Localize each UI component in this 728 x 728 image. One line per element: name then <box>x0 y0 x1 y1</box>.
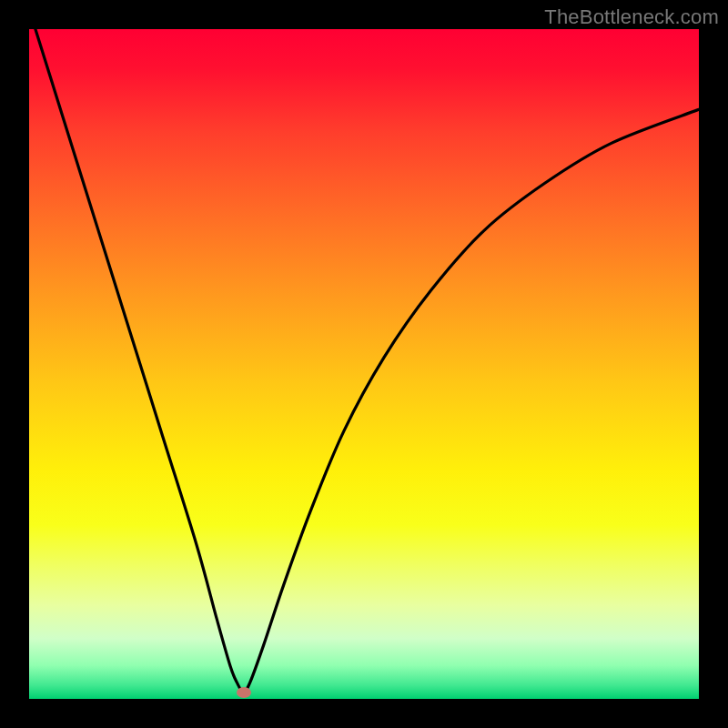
plot-area <box>29 29 699 699</box>
optimum-marker <box>237 687 251 698</box>
curve-svg <box>29 29 699 699</box>
chart-container: TheBottleneck.com <box>0 0 728 728</box>
bottleneck-curve <box>29 29 699 693</box>
watermark-text: TheBottleneck.com <box>544 5 719 29</box>
